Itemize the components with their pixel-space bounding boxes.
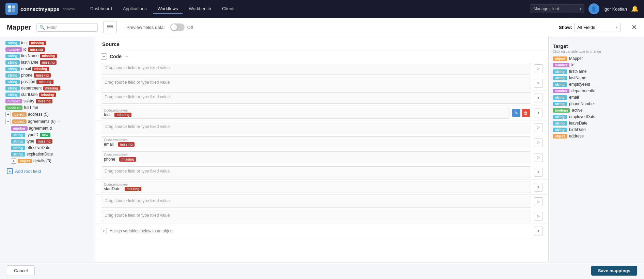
type-badge-string[interactable]: string (553, 76, 567, 80)
type-badge-object[interactable]: object (553, 56, 567, 61)
map-arrow-button[interactable]: > (534, 79, 543, 88)
source-path: Code.employee (104, 153, 528, 157)
status-badge: missing (29, 41, 46, 45)
user-name[interactable]: Igor Kostian (603, 6, 627, 12)
type-badge-string[interactable]: string (553, 115, 567, 119)
mapping-input[interactable]: Drag source field or type fixed value (101, 166, 531, 178)
map-arrow-button[interactable]: > (534, 197, 543, 206)
map-arrow-button[interactable]: > (534, 227, 543, 235)
type-badge-string[interactable]: string (553, 69, 567, 74)
mapping-source[interactable]: Code.employee email missing (101, 136, 531, 148)
type-badge-string[interactable]: string (553, 95, 567, 100)
target-row-departmentid: number departmentId (553, 88, 644, 93)
target-row-employeddate: string employedDate (553, 114, 644, 119)
manage-client-select[interactable]: Manage client (530, 4, 584, 13)
type-badge-string[interactable]: string (5, 41, 20, 45)
type-badge-object[interactable]: object (12, 119, 27, 124)
nav-dashboard[interactable]: Dashboard (85, 4, 117, 14)
type-badge-string[interactable]: string (553, 82, 567, 87)
cancel-button[interactable]: Cancel (7, 265, 35, 276)
map-arrow-button[interactable]: > (534, 123, 543, 132)
expand-details-button[interactable]: + (11, 158, 16, 164)
map-arrow-button[interactable]: > (534, 94, 543, 102)
preview-toggle[interactable] (170, 23, 185, 31)
type-badge-string[interactable]: string (553, 128, 567, 132)
source-value: startDate (104, 186, 121, 191)
filter-button[interactable] (103, 21, 117, 33)
type-badge-string[interactable]: string (11, 133, 25, 137)
bottom-bar: Cancel Save mappings (0, 262, 644, 279)
type-badge-number[interactable]: number (5, 99, 22, 103)
type-badge-string[interactable]: string (5, 73, 20, 78)
show-fields-select[interactable]: All Fields Mapped Fields Unmapped Fields (574, 23, 621, 32)
target-row-mapper: object Mapper (553, 56, 644, 61)
show-label: Show: (559, 25, 572, 30)
expand-address-button[interactable]: + (5, 112, 11, 117)
type-badge-string[interactable]: string (5, 93, 20, 97)
type-badge-string[interactable]: string (5, 67, 20, 71)
arrow-icon: → (57, 119, 61, 124)
close-button[interactable]: ✕ (631, 23, 637, 31)
list-item: string startDate missing (4, 92, 95, 97)
mapping-input[interactable]: Drag source field or type fixed value (101, 211, 531, 222)
type-badge-string[interactable]: string (5, 86, 20, 91)
type-badge-object[interactable]: object (553, 134, 567, 138)
save-mappings-button[interactable]: Save mappings (591, 266, 637, 276)
type-badge-number[interactable]: number (11, 126, 28, 131)
mapping-input[interactable]: Drag source field or type fixed value (101, 78, 531, 89)
delete-mapping-button[interactable]: 🗑 (522, 109, 530, 117)
type-badge-boolean[interactable]: boolean (5, 105, 22, 110)
nav-workbench[interactable]: Workbench (184, 4, 216, 14)
mapping-source[interactable]: Code.employee startDate missing (101, 181, 531, 193)
navbar: connectmyapps canvas Dashboard Applicati… (0, 0, 644, 18)
map-arrow-button[interactable]: > (534, 153, 543, 162)
type-badge-number[interactable]: number (5, 47, 22, 52)
svg-point-6 (109, 28, 110, 29)
expand-agreements-button[interactable]: − (5, 119, 11, 124)
type-badge-string[interactable]: string (5, 54, 20, 58)
type-badge-boolean[interactable]: boolean (553, 108, 570, 113)
type-badge-string[interactable]: string (11, 152, 25, 157)
nav-clients[interactable]: Clients (217, 4, 240, 14)
mapping-input[interactable]: Drag source field or type fixed value (101, 92, 531, 104)
bell-icon[interactable]: 🔔 (631, 5, 639, 13)
map-arrow-button[interactable]: > (534, 183, 543, 192)
status-badge: missing (40, 60, 57, 65)
type-badge-string[interactable]: string (11, 146, 25, 150)
missing-badge: missing (125, 187, 142, 191)
type-badge-number[interactable]: number (553, 89, 569, 93)
mapping-input[interactable]: Drag source field or type fixed value (101, 196, 531, 208)
list-item: string email missing (4, 66, 95, 71)
type-badge-number[interactable]: number (553, 63, 569, 67)
type-badge-string[interactable]: string (553, 121, 567, 126)
mapping-source[interactable]: Code.employee test missing (101, 107, 509, 119)
map-arrow-button[interactable]: > (534, 109, 543, 117)
mapping-input[interactable]: Drag source field or type fixed value (101, 122, 531, 133)
type-badge-string[interactable]: string (11, 139, 25, 144)
search-input[interactable] (47, 25, 95, 30)
map-arrow-button[interactable]: > (534, 212, 543, 221)
nav-workflows[interactable]: Workflows (153, 4, 183, 14)
avatar[interactable]: 👤 (588, 3, 599, 14)
source-value: test (104, 112, 110, 117)
type-badge-string[interactable]: string (5, 80, 20, 84)
target-row-birthdate: string birthDate (553, 127, 644, 132)
edit-mapping-button[interactable]: ✎ (512, 109, 520, 117)
add-root-field-button[interactable]: + Add root field (4, 165, 95, 174)
map-arrow-button[interactable]: > (534, 168, 543, 177)
target-row-active: boolean active (553, 108, 644, 113)
assign-plus-button[interactable]: + (101, 228, 107, 234)
type-badge-string[interactable]: string (553, 102, 567, 106)
collapse-code-button[interactable]: − (101, 53, 107, 60)
list-item: + object address (5) (4, 112, 95, 117)
mapping-input[interactable]: Drag source field or type fixed value (101, 63, 531, 75)
target-row-firstname: string firstName (553, 69, 644, 74)
type-badge-object[interactable]: object (18, 159, 32, 163)
map-arrow-button[interactable]: > (534, 138, 543, 147)
add-root-plus-icon: + (7, 168, 13, 174)
mapping-source[interactable]: Code.employee phone missing (101, 151, 531, 163)
map-arrow-button[interactable]: > (534, 64, 543, 73)
nav-applications[interactable]: Applications (118, 4, 152, 14)
type-badge-string[interactable]: string (5, 60, 20, 65)
type-badge-object[interactable]: object (12, 112, 27, 117)
